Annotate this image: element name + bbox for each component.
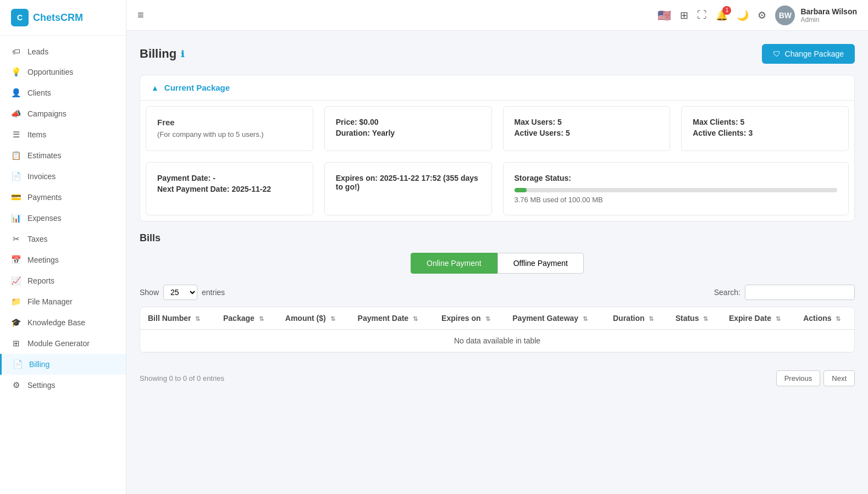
hamburger-icon[interactable]: ≡ (137, 9, 144, 21)
no-data-row: No data available in table (140, 330, 854, 352)
payment-dates-cell: Payment Date: - Next Payment Date: 2025-… (146, 162, 313, 215)
sort-icon-expires_on: ⇅ (485, 315, 490, 322)
no-data-message: No data available in table (140, 330, 854, 352)
online-payment-tab[interactable]: Online Payment (411, 253, 497, 274)
sort-icon-status: ⇅ (703, 315, 708, 322)
offline-payment-tab[interactable]: Offline Payment (497, 253, 584, 274)
notification-badge: 1 (722, 6, 731, 15)
current-package-header[interactable]: ▲ Current Package (140, 75, 854, 101)
dark-mode-icon[interactable]: 🌙 (737, 9, 749, 21)
sidebar-item-leads[interactable]: 🏷 Leads (0, 41, 126, 62)
sidebar-label-settings: Settings (27, 381, 56, 390)
sidebar-item-meetings[interactable]: 📅 Meetings (0, 249, 126, 270)
settings-icon: ⚙ (11, 380, 21, 390)
price-row: Price: $0.00 (336, 118, 480, 126)
fullscreen-icon[interactable]: ⛶ (697, 9, 707, 21)
sidebar-label-campaigns: Campaigns (27, 109, 67, 118)
sort-icon-payment_date: ⇅ (413, 315, 418, 322)
flag-icon[interactable]: 🇺🇸 (657, 9, 671, 22)
sidebar-item-payments[interactable]: 💳 Payments (0, 187, 126, 208)
knowledge-base-icon: 🎓 (11, 318, 21, 328)
sidebar-label-taxes: Taxes (27, 235, 48, 243)
page-header: Billing ℹ 🛡 Change Package (140, 44, 855, 64)
col-payment_gateway[interactable]: Payment Gateway ⇅ (505, 307, 605, 330)
sidebar-label-items: Items (27, 130, 46, 139)
user-menu[interactable]: BW Barbara Wilson Admin (775, 5, 857, 25)
logo-icon: C (11, 9, 29, 26)
sidebar-item-campaigns[interactable]: 📣 Campaigns (0, 103, 126, 124)
reports-icon: 📈 (11, 276, 21, 286)
bills-table-card: Bill Number ⇅Package ⇅Amount ($) ⇅Paymen… (140, 307, 855, 353)
col-package[interactable]: Package ⇅ (215, 307, 278, 330)
opportunities-icon: 💡 (11, 67, 21, 77)
topbar: ≡ 🇺🇸 ⊞ ⛶ 🔔 1 🌙 ⚙ BW Barbara Wilson Admin (126, 0, 868, 31)
user-name: Barbara Wilson (800, 7, 857, 16)
sidebar-item-estimates[interactable]: 📋 Estimates (0, 145, 126, 166)
package-grid: Free (For company with up to 5 users.) P… (140, 101, 854, 221)
taxes-icon: ✂ (11, 234, 21, 244)
expires-cell: Expires on: 2025-11-22 17:52 (355 days t… (324, 162, 492, 215)
clients-cell: Max Clients: 5 Active Clients: 3 (681, 106, 849, 151)
sidebar-item-reports[interactable]: 📈 Reports (0, 270, 126, 291)
sidebar-item-module-generator[interactable]: ⊞ Module Generator (0, 333, 126, 354)
col-amount[interactable]: Amount ($) ⇅ (278, 307, 350, 330)
sidebar-label-billing: Billing (29, 360, 49, 369)
sidebar-nav: 🏷 Leads 💡 Opportunities 👤 Clients 📣 Camp… (0, 36, 126, 494)
sort-icon-payment_gateway: ⇅ (583, 315, 588, 322)
col-bill_number[interactable]: Bill Number ⇅ (140, 307, 215, 330)
sort-icon-duration: ⇅ (649, 315, 654, 322)
current-package-card: ▲ Current Package Free (For company with… (140, 75, 855, 221)
search-input[interactable] (745, 285, 855, 300)
sort-icon-bill_number: ⇅ (195, 315, 200, 322)
sidebar-item-taxes[interactable]: ✂ Taxes (0, 229, 126, 249)
col-status[interactable]: Status ⇅ (668, 307, 721, 330)
col-duration[interactable]: Duration ⇅ (605, 307, 668, 330)
sidebar-item-items[interactable]: ☰ Items (0, 124, 126, 145)
storage-bar-fill (515, 188, 527, 192)
sidebar-label-meetings: Meetings (27, 256, 59, 264)
sidebar-item-billing[interactable]: 📄 Billing (0, 354, 126, 375)
sidebar-item-clients[interactable]: 👤 Clients (0, 82, 126, 103)
sidebar-label-knowledge-base: Knowledge Base (27, 318, 85, 327)
next-button[interactable]: Next (823, 370, 855, 386)
main-area: ≡ 🇺🇸 ⊞ ⛶ 🔔 1 🌙 ⚙ BW Barbara Wilson Admin (126, 0, 868, 494)
entries-select[interactable]: 25 10 50 100 (163, 285, 197, 300)
topbar-right: 🇺🇸 ⊞ ⛶ 🔔 1 🌙 ⚙ BW Barbara Wilson Admin (657, 5, 857, 25)
apps-icon[interactable]: ⊞ (680, 9, 688, 21)
info-icon[interactable]: ℹ (181, 49, 184, 59)
sidebar-label-estimates: Estimates (27, 151, 61, 160)
sidebar-item-invoices[interactable]: 📄 Invoices (0, 166, 126, 187)
sidebar: C ChetsCRM 🏷 Leads 💡 Opportunities 👤 Cli… (0, 0, 126, 494)
sidebar-label-module-generator: Module Generator (27, 339, 90, 348)
sidebar-item-expenses[interactable]: 📊 Expenses (0, 208, 126, 229)
estimates-icon: 📋 (11, 151, 21, 160)
col-actions[interactable]: Actions ⇅ (795, 307, 854, 330)
sort-icon-amount: ⇅ (330, 315, 335, 322)
change-package-button[interactable]: 🛡 Change Package (762, 44, 855, 64)
sidebar-item-settings[interactable]: ⚙ Settings (0, 375, 126, 396)
sidebar-label-payments: Payments (27, 193, 62, 202)
settings-icon[interactable]: ⚙ (758, 9, 766, 21)
col-expires_on[interactable]: Expires on ⇅ (434, 307, 505, 330)
prev-button[interactable]: Previous (776, 370, 821, 386)
sidebar-label-clients: Clients (27, 88, 51, 97)
chevron-icon: ▲ (151, 84, 159, 92)
user-details: Barbara Wilson Admin (800, 7, 857, 24)
table-body: No data available in table (140, 330, 854, 352)
sidebar-item-opportunities[interactable]: 💡 Opportunities (0, 62, 126, 82)
billing-icon: 📄 (13, 359, 23, 369)
sidebar-item-file-manager[interactable]: 📁 File Manager (0, 291, 126, 312)
users-cell: Max Users: 5 Active Users: 5 (503, 106, 671, 151)
sidebar-item-knowledge-base[interactable]: 🎓 Knowledge Base (0, 312, 126, 333)
content: Billing ℹ 🛡 Change Package ▲ Current Pac… (126, 31, 868, 494)
price-cell: Price: $0.00 Duration: Yearly (324, 106, 492, 151)
table-footer: Showing 0 to 0 of 0 entries Previous Nex… (140, 364, 855, 386)
sidebar-label-file-manager: File Manager (27, 297, 73, 306)
sort-icon-package: ⇅ (259, 315, 264, 322)
col-payment_date[interactable]: Payment Date ⇅ (350, 307, 434, 330)
notification-icon[interactable]: 🔔 1 (716, 9, 728, 21)
col-expire_date[interactable]: Expire Date ⇅ (721, 307, 795, 330)
payment-tabs: Online Payment Offline Payment (140, 253, 855, 274)
invoices-icon: 📄 (11, 171, 21, 181)
avatar: BW (775, 5, 795, 25)
